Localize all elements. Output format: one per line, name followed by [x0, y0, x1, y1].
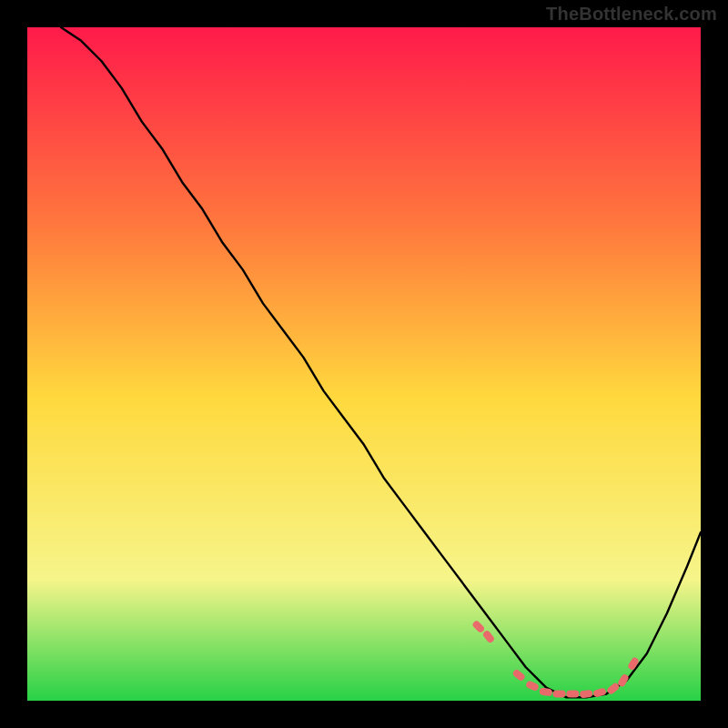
gradient-background — [27, 27, 701, 701]
plot-svg — [27, 27, 701, 701]
watermark-text: TheBottleneck.com — [546, 4, 717, 25]
marker-dot — [566, 691, 579, 698]
plot-area — [27, 27, 701, 701]
chart-frame: TheBottleneck.com — [0, 0, 728, 728]
marker-dot — [553, 691, 566, 698]
